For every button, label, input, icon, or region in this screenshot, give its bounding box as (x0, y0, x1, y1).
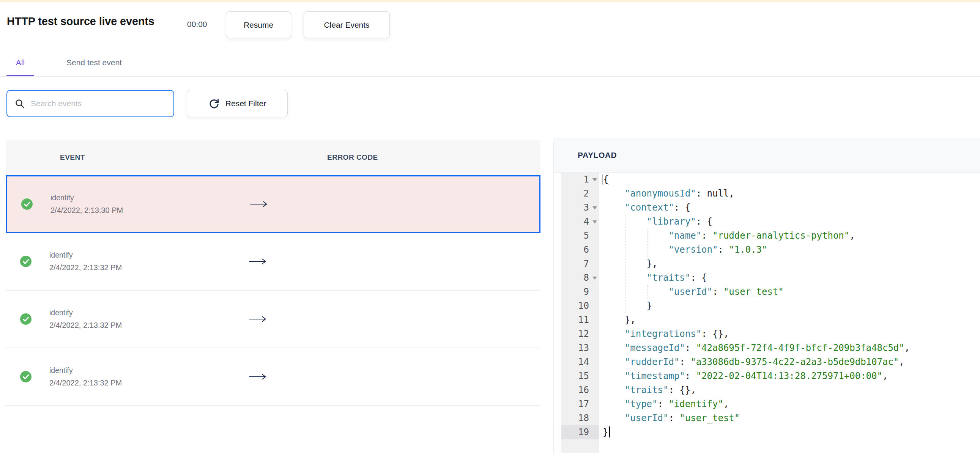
event-timestamp: 2/4/2022, 2:13:30 PM (51, 205, 123, 216)
indent-guide (647, 229, 648, 257)
line-number: 19 (562, 425, 599, 439)
line-number: 8 (562, 271, 599, 285)
line-number: 3 (562, 201, 599, 215)
code-line: }, (603, 313, 980, 327)
code-line: "traits": { (603, 271, 980, 285)
event-row[interactable]: identify2/4/2022, 2:13:32 PM (6, 291, 541, 348)
code-line: "name": "rudder-analytics-python", (603, 229, 980, 243)
code-line: "library": { (603, 215, 980, 229)
line-number: 9 (562, 285, 599, 299)
code-line: "userId": "user_test" (603, 411, 980, 425)
long-right-arrow-icon[interactable] (248, 316, 267, 324)
code-line: }, (603, 257, 980, 271)
editor-left-padding (554, 173, 562, 453)
line-number: 16 (562, 383, 599, 397)
code-line: "type": "identify", (603, 397, 980, 411)
event-timestamp: 2/4/2022, 2:13:32 PM (49, 262, 122, 273)
recording-timer: 00:00 (187, 20, 207, 29)
line-number: 6 (562, 243, 599, 257)
resume-button[interactable]: Resume (226, 11, 291, 38)
event-cell: identify2/4/2022, 2:13:32 PM (49, 308, 122, 331)
code-line: "messageId": "42a8695f-72f4-4f9f-bfcf-20… (603, 341, 980, 355)
line-number: 15 (562, 369, 599, 383)
line-number: 4 (562, 215, 599, 229)
code-line: "timestamp": "2022-02-04T14:13:28.275971… (603, 369, 980, 383)
search-events-box[interactable] (6, 90, 174, 117)
payload-json-editor[interactable]: 12345678910111213141516171819 { "anonymo… (554, 173, 980, 453)
line-number: 2 (562, 187, 599, 201)
event-row[interactable]: identify2/4/2022, 2:13:32 PM (6, 233, 541, 291)
fold-toggle-icon[interactable] (592, 178, 597, 181)
events-table: EVENT ERROR CODE identify2/4/2022, 2:13:… (6, 140, 541, 406)
event-type: identify (49, 308, 122, 318)
code-line: { (603, 173, 980, 187)
line-number: 11 (562, 313, 599, 327)
long-right-arrow-icon[interactable] (248, 374, 267, 381)
event-cell: identify2/4/2022, 2:13:30 PM (51, 193, 123, 216)
code-line: "traits": {}, (603, 383, 980, 397)
reset-filter-label: Reset Filter (226, 99, 266, 108)
events-table-body: identify2/4/2022, 2:13:30 PMidentify2/4/… (6, 175, 541, 406)
line-number: 12 (562, 327, 599, 341)
editor-code-area[interactable]: { "anonymousId": null, "context": { "lib… (599, 173, 980, 453)
event-row[interactable]: identify2/4/2022, 2:13:32 PM (6, 348, 541, 406)
event-timestamp: 2/4/2022, 2:13:32 PM (49, 378, 122, 388)
code-line: } (603, 425, 980, 439)
long-right-arrow-icon[interactable] (248, 258, 267, 266)
success-check-icon (20, 313, 32, 325)
editor-line-number-gutter: 12345678910111213141516171819 (562, 173, 599, 453)
search-input[interactable] (30, 99, 166, 108)
line-number: 18 (562, 411, 599, 425)
fold-toggle-icon[interactable] (592, 277, 597, 280)
event-timestamp: 2/4/2022, 2:13:32 PM (49, 320, 122, 331)
code-line: "version": "1.0.3" (603, 243, 980, 257)
column-header-event: EVENT (60, 140, 85, 175)
event-cell: identify2/4/2022, 2:13:32 PM (49, 366, 122, 388)
success-check-icon (21, 198, 33, 210)
long-right-arrow-icon[interactable] (250, 201, 269, 209)
fold-toggle-icon[interactable] (592, 207, 597, 210)
reset-filter-button[interactable]: Reset Filter (187, 90, 288, 117)
event-type: identify (51, 193, 123, 203)
search-icon (15, 99, 25, 108)
refresh-icon (208, 98, 220, 109)
line-number: 7 (562, 257, 599, 271)
fold-toggle-icon[interactable] (592, 221, 597, 224)
top-accent-bar (0, 0, 980, 2)
code-line: } (603, 299, 980, 313)
event-type: identify (49, 250, 122, 260)
event-type: identify (49, 366, 122, 376)
code-line: "userId": "user_test" (603, 285, 980, 299)
success-check-icon (20, 371, 32, 383)
event-cell: identify2/4/2022, 2:13:32 PM (49, 250, 122, 273)
events-table-header: EVENT ERROR CODE (6, 140, 541, 175)
code-line: "integrations": {}, (603, 327, 980, 341)
code-line: "rudderId": "a33086db-9375-4c22-a2a3-b5d… (603, 355, 980, 369)
success-check-icon (20, 255, 32, 267)
line-number: 14 (562, 355, 599, 369)
indent-guide (625, 215, 625, 313)
column-header-error-code: ERROR CODE (327, 140, 378, 175)
payload-panel-header: PAYLOAD (554, 138, 980, 173)
code-line: "anonymousId": null, (603, 187, 980, 201)
tab-all[interactable]: All (6, 58, 34, 67)
payload-panel: PAYLOAD 12345678910111213141516171819 { … (554, 138, 980, 453)
line-number: 13 (562, 341, 599, 355)
line-number: 10 (562, 299, 599, 313)
page-title: HTTP test source live events (7, 15, 154, 28)
line-number: 17 (562, 397, 599, 411)
event-row[interactable]: identify2/4/2022, 2:13:30 PM (6, 175, 541, 233)
payload-title: PAYLOAD (578, 151, 617, 160)
live-events-screen: HTTP test source live events 00:00 Resum… (0, 0, 980, 453)
indent-guide (647, 285, 648, 299)
tabs-divider-line (0, 76, 980, 77)
line-number: 1 (562, 173, 599, 187)
text-cursor (609, 426, 610, 437)
clear-events-button[interactable]: Clear Events (304, 11, 390, 38)
code-line: "context": { (603, 201, 980, 215)
line-number: 5 (562, 229, 599, 243)
tab-send-test-event[interactable]: Send test event (67, 58, 122, 67)
